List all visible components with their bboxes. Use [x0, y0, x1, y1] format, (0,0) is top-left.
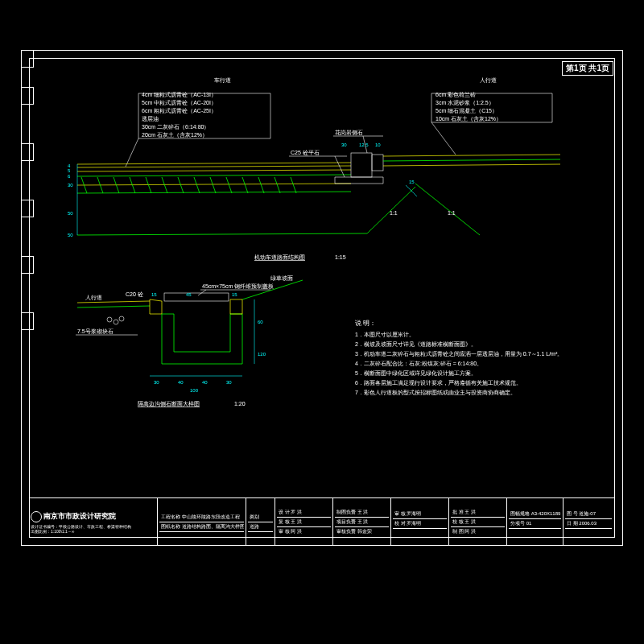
svg-line-76: [198, 290, 206, 295]
svg-text:15: 15: [409, 180, 415, 184]
svg-rect-73: [164, 293, 229, 301]
svg-line-41: [242, 177, 248, 193]
svg-text:花岗岩侧石: 花岗岩侧石: [335, 130, 363, 135]
svg-line-42: [258, 177, 264, 193]
svg-text:15: 15: [232, 292, 237, 297]
svg-text:1:1: 1:1: [448, 210, 456, 216]
svg-line-38: [194, 177, 200, 193]
svg-text:15: 15: [151, 292, 157, 297]
svg-text:6: 6: [68, 174, 71, 179]
svg-text:透层油: 透层油: [142, 116, 159, 122]
svg-text:1:1: 1:1: [390, 210, 398, 216]
svg-text:1．本图尺寸以厘米计。: 1．本图尺寸以厘米计。: [355, 332, 415, 337]
svg-text:40: 40: [202, 380, 208, 385]
road-header: 车行道: [214, 77, 231, 83]
svg-text:7.5号浆砌块石: 7.5号浆砌块石: [77, 328, 114, 335]
svg-text:30: 30: [226, 380, 232, 385]
svg-text:50: 50: [68, 211, 73, 216]
svg-text:4cm 细粒式沥青砼（AC-13I）: 4cm 细粒式沥青砼（AC-13I）: [142, 92, 217, 98]
sidewalk-header: 人行道: [480, 77, 497, 84]
svg-text:30cm 二灰碎石（6:14:80）: 30cm 二灰碎石（6:14:80）: [142, 124, 209, 130]
svg-line-30: [383, 164, 560, 166]
svg-line-29: [383, 159, 560, 161]
main-title: 机动车道路面结构图: [254, 254, 305, 260]
svg-line-20: [77, 163, 351, 164]
svg-text:50: 50: [68, 233, 73, 237]
svg-line-48: [415, 184, 480, 235]
svg-line-45: [77, 233, 367, 235]
svg-text:10: 10: [375, 142, 381, 147]
svg-text:1:15: 1:15: [335, 254, 346, 260]
notes: 说 明： 1．本图尺寸以厘米计。 2．横坡及坡面尺寸详见《道路标准横断面图》。 …: [355, 320, 563, 396]
svg-text:45: 45: [186, 292, 192, 297]
svg-line-34: [130, 177, 135, 193]
svg-line-37: [178, 177, 184, 193]
svg-text:40: 40: [178, 380, 184, 385]
svg-text:6cm 彩色荷兰砖: 6cm 彩色荷兰砖: [436, 92, 476, 98]
svg-text:人行道: 人行道: [85, 295, 102, 301]
svg-text:30: 30: [154, 380, 159, 385]
svg-text:100: 100: [190, 388, 199, 393]
svg-text:10cm 石灰土（含灰12%）: 10cm 石灰土（含灰12%）: [436, 116, 502, 122]
svg-text:4．二灰碎石配合比：石灰:粉煤灰:碎石 = 6:14:80。: 4．二灰碎石配合比：石灰:粉煤灰:碎石 = 6:14:80。: [355, 361, 482, 366]
svg-text:7．彩色人行道板的型式按招标图纸或由业主与投资商协商确定。: 7．彩色人行道板的型式按招标图纸或由业主与投资商协商确定。: [355, 390, 516, 396]
svg-line-43: [275, 177, 280, 193]
detail-title: 隔离边沟侧石断面大样图: [138, 401, 200, 407]
main-section: 1:1 1:1 15 花岗岩侧石 C25 砼平石 30 12.5 10: [77, 130, 560, 235]
svg-text:3．机动车道二灰碎石与粗粒式沥青砼之间应洒一层透层油，用量为: 3．机动车道二灰碎石与粗粒式沥青砼之间应洒一层透层油，用量为 0.7～1.1 L…: [355, 351, 563, 357]
svg-text:2．横坡及坡面尺寸详见《道路标准横断面图》。: 2．横坡及坡面尺寸详见《道路标准横断面图》。: [355, 341, 477, 348]
svg-text:1:20: 1:20: [234, 401, 246, 407]
svg-text:12.5: 12.5: [359, 142, 369, 147]
svg-line-35: [146, 177, 151, 193]
svg-text:5．横断面图中绿化区域详见绿化设计施工方案。: 5．横断面图中绿化区域详见绿化设计施工方案。: [355, 369, 477, 377]
svg-point-79: [107, 317, 112, 322]
svg-text:3cm 水泥砂浆（1:2.5）: 3cm 水泥砂浆（1:2.5）: [436, 100, 494, 106]
institute-logo-icon: [31, 511, 42, 522]
svg-text:5: 5: [68, 168, 71, 173]
svg-line-71: [77, 306, 150, 308]
svg-text:30: 30: [68, 183, 73, 188]
svg-line-44: [291, 177, 296, 193]
drawing-canvas: 车行道 人行道 4cm 细粒式沥青砼（AC-13I） 5cm 中粒式沥青砼（AC…: [29, 58, 615, 493]
v-dims: 4 5 6 30 50 50: [68, 163, 77, 237]
svg-line-39: [210, 177, 216, 193]
svg-line-28: [383, 155, 560, 156]
svg-rect-27: [372, 155, 383, 171]
svg-line-10: [126, 138, 138, 167]
svg-line-21: [77, 166, 351, 167]
svg-line-36: [162, 177, 167, 193]
svg-text:C25 砼平石: C25 砼平石: [291, 150, 320, 155]
svg-point-81: [119, 316, 124, 321]
svg-text:30: 30: [341, 142, 347, 147]
svg-rect-26: [351, 153, 372, 177]
svg-text:120: 120: [258, 352, 266, 357]
sidewalk-layer-labels: 6cm 彩色荷兰砖 3cm 水泥砂浆（1:2.5） 5cm 细石混凝土（C15）…: [431, 92, 552, 155]
svg-line-24: [77, 184, 351, 185]
svg-line-22: [77, 170, 351, 171]
title-block: 南京市市政设计研究院 设计证书编号：甲级公路设计、市政工程、桥梁特种结构 出图比…: [29, 497, 615, 546]
svg-text:60: 60: [258, 320, 263, 324]
svg-line-57: [335, 156, 345, 177]
road-layer-labels: 4cm 细粒式沥青砼（AC-13I） 5cm 中粒式沥青砼（AC-20I） 6c…: [126, 92, 270, 167]
detail-section: 人行道 C20 砼 45cm×75cm 钢纤维预制盖板 绿草坡面 7.5号浆砌块…: [76, 275, 303, 393]
svg-text:20cm 石灰土（含灰12%）: 20cm 石灰土（含灰12%）: [142, 132, 208, 138]
svg-point-80: [114, 320, 118, 324]
svg-text:C20 砼: C20 砼: [126, 291, 143, 297]
svg-text:说 明：: 说 明：: [355, 320, 376, 327]
svg-line-40: [226, 177, 232, 193]
svg-line-19: [431, 122, 456, 155]
svg-text:6cm 粗粒式沥青砼（AC-25I）: 6cm 粗粒式沥青砼（AC-25I）: [142, 108, 217, 114]
svg-text:45cm×75cm 钢纤维预制盖板: 45cm×75cm 钢纤维预制盖板: [202, 283, 274, 289]
svg-line-70: [77, 301, 150, 303]
svg-text:6．路面各层施工满足现行设计要求，严格遵循有关施工技术规范。: 6．路面各层施工满足现行设计要求，严格遵循有关施工技术规范。: [355, 380, 522, 386]
svg-text:5cm 中粒式沥青砼（AC-20I）: 5cm 中粒式沥青砼（AC-20I）: [142, 100, 217, 106]
svg-text:5cm 细石混凝土（C15）: 5cm 细石混凝土（C15）: [436, 108, 497, 114]
svg-line-23: [77, 175, 351, 176]
svg-text:绿草坡面: 绿草坡面: [270, 275, 293, 281]
